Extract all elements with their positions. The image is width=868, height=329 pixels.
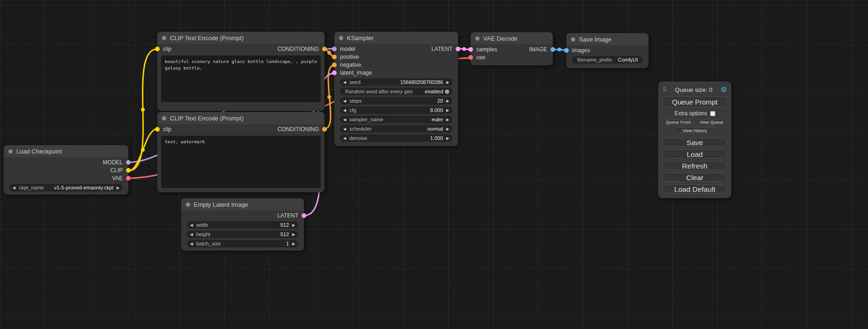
- decrement-arrow-icon[interactable]: ◀: [343, 118, 346, 122]
- collapse-dot-icon[interactable]: [186, 203, 190, 207]
- node-save-image[interactable]: Save Image images filename_prefix ComfyU…: [566, 33, 649, 68]
- node-graph-canvas[interactable]: Load Checkpoint MODEL CLIP VAE ◀ ckpt_na…: [0, 0, 868, 329]
- sampler-name-widget[interactable]: ◀ sampler_name euler ▶: [340, 116, 452, 123]
- slot-row-clip-conditioning: clip CONDITIONING: [157, 45, 325, 53]
- seed-widget[interactable]: ◀ seed 156680208700286 ▶: [340, 78, 452, 86]
- collapse-dot-icon[interactable]: [162, 116, 166, 120]
- collapse-dot-icon[interactable]: [339, 36, 343, 40]
- widget-value: enabled: [425, 89, 443, 94]
- decrement-arrow-icon[interactable]: ◀: [13, 186, 15, 190]
- increment-arrow-icon[interactable]: ▶: [446, 80, 449, 84]
- widget-name: steps: [349, 98, 361, 104]
- refresh-button[interactable]: Refresh: [663, 161, 727, 170]
- decrement-arrow-icon[interactable]: ◀: [190, 223, 193, 227]
- increment-arrow-icon[interactable]: ▶: [292, 232, 295, 237]
- cfg-widget[interactable]: ◀ cfg 8.000 ▶: [340, 106, 452, 114]
- ckpt-name-widget[interactable]: ◀ ckpt_name v1-5-pruned-emaonly.ckpt ▶: [9, 184, 123, 191]
- clip-output-dot[interactable]: [126, 168, 131, 173]
- random-seed-toggle-widget[interactable]: Random seed after every gen enabled: [340, 88, 452, 95]
- node-title: CLIP Text Encode (Prompt): [170, 115, 244, 122]
- collapse-dot-icon[interactable]: [8, 149, 13, 154]
- settings-gear-icon[interactable]: ⚙: [721, 85, 727, 94]
- filename-prefix-widget[interactable]: filename_prefix ComfyUI: [572, 56, 643, 63]
- node-title-bar[interactable]: CLIP Text Encode (Prompt): [157, 32, 325, 44]
- link-midpoint-dot: [557, 48, 561, 51]
- denoise-widget[interactable]: ◀ denoise 1.000 ▶: [340, 134, 452, 142]
- vae-input-dot[interactable]: [468, 55, 473, 60]
- node-title-bar[interactable]: VAE Decode: [471, 32, 553, 44]
- save-button[interactable]: Save: [663, 138, 727, 147]
- collapse-dot-icon[interactable]: [571, 37, 575, 42]
- node-title: Save Image: [579, 36, 611, 43]
- increment-arrow-icon[interactable]: ▶: [446, 127, 449, 131]
- node-ksampler[interactable]: KSampler model LATENT positive negative …: [334, 32, 458, 146]
- clip-input-dot[interactable]: [155, 127, 160, 132]
- decrement-arrow-icon[interactable]: ◀: [343, 99, 346, 103]
- node-clip-text-encode-negative[interactable]: CLIP Text Encode (Prompt) clip CONDITION…: [157, 112, 325, 192]
- node-load-checkpoint[interactable]: Load Checkpoint MODEL CLIP VAE ◀ ckpt_na…: [4, 145, 128, 195]
- latent-output-dot[interactable]: [456, 47, 460, 51]
- decrement-arrow-icon[interactable]: ◀: [190, 232, 193, 237]
- load-button[interactable]: Load: [663, 149, 727, 159]
- input-label: vae: [476, 54, 485, 61]
- view-history-button[interactable]: View History: [674, 127, 715, 133]
- scheduler-widget[interactable]: ◀ scheduler normal ▶: [340, 125, 452, 133]
- negative-input-dot[interactable]: [332, 63, 337, 67]
- increment-arrow-icon[interactable]: ▶: [292, 242, 295, 246]
- node-vae-decode[interactable]: VAE Decode samples IMAGE vae: [471, 32, 553, 65]
- decrement-arrow-icon[interactable]: ◀: [343, 136, 346, 140]
- decrement-arrow-icon[interactable]: ◀: [343, 127, 346, 131]
- increment-arrow-icon[interactable]: ▶: [117, 186, 120, 190]
- increment-arrow-icon[interactable]: ▶: [292, 223, 295, 227]
- increment-arrow-icon[interactable]: ▶: [446, 136, 449, 140]
- vae-output-dot[interactable]: [126, 176, 131, 181]
- queue-front-button[interactable]: Queue Front: [663, 119, 694, 125]
- steps-widget[interactable]: ◀ steps 20 ▶: [340, 97, 452, 105]
- node-title-bar[interactable]: KSampler: [334, 32, 458, 44]
- node-clip-text-encode-positive[interactable]: CLIP Text Encode (Prompt) clip CONDITION…: [157, 32, 325, 111]
- positive-prompt-textarea[interactable]: beautiful scenery nature glass bottle la…: [161, 56, 321, 102]
- increment-arrow-icon[interactable]: ▶: [446, 108, 449, 112]
- conditioning-output-dot[interactable]: [322, 47, 327, 51]
- input-label: latent_image: [340, 70, 372, 76]
- queue-prompt-button[interactable]: Queue Prompt: [663, 96, 727, 107]
- view-queue-button[interactable]: View Queue: [696, 119, 727, 125]
- widget-value: 1: [286, 241, 289, 246]
- height-widget[interactable]: ◀ height 512 ▶: [187, 231, 298, 238]
- increment-arrow-icon[interactable]: ▶: [446, 118, 449, 122]
- negative-prompt-textarea[interactable]: text, watermark: [161, 136, 321, 188]
- batch-size-widget[interactable]: ◀ batch_size 1 ▶: [187, 240, 298, 247]
- output-label: VAE: [112, 175, 123, 182]
- output-slot-latent: LATENT: [181, 211, 304, 219]
- width-widget[interactable]: ◀ width 512 ▶: [187, 221, 298, 229]
- collapse-dot-icon[interactable]: [475, 36, 480, 41]
- decrement-arrow-icon[interactable]: ◀: [343, 80, 346, 84]
- images-input-dot[interactable]: [564, 48, 569, 53]
- node-title-bar[interactable]: Load Checkpoint: [4, 145, 128, 157]
- load-default-button[interactable]: Load Default: [663, 184, 727, 194]
- drag-handle-icon[interactable]: ⠿: [663, 86, 667, 93]
- model-input-dot[interactable]: [332, 47, 337, 51]
- node-title-bar[interactable]: Save Image: [566, 33, 649, 45]
- increment-arrow-icon[interactable]: ▶: [446, 99, 449, 103]
- latent-image-input-dot[interactable]: [332, 70, 337, 75]
- node-empty-latent-image[interactable]: Empty Latent Image LATENT ◀ width 512 ▶ …: [181, 198, 304, 251]
- positive-input-dot[interactable]: [332, 55, 337, 59]
- toggle-dot-icon[interactable]: [445, 90, 449, 94]
- model-output-dot[interactable]: [126, 160, 131, 165]
- latent-output-dot[interactable]: [302, 213, 306, 218]
- decrement-arrow-icon[interactable]: ◀: [343, 108, 346, 112]
- widget-value: 156680208700286: [400, 79, 443, 85]
- clip-input-dot[interactable]: [155, 47, 160, 51]
- clear-button[interactable]: Clear: [663, 173, 727, 182]
- collapse-dot-icon[interactable]: [162, 36, 166, 40]
- samples-input-dot[interactable]: [468, 47, 473, 52]
- image-output-dot[interactable]: [550, 47, 555, 52]
- conditioning-output-dot[interactable]: [322, 127, 327, 132]
- decrement-arrow-icon[interactable]: ◀: [190, 242, 193, 246]
- extra-options-checkbox[interactable]: [710, 111, 715, 116]
- widget-value: v1-5-pruned-emaonly.ckpt: [54, 185, 113, 190]
- input-slot-latent-image: latent_image: [334, 69, 458, 77]
- node-title-bar[interactable]: CLIP Text Encode (Prompt): [157, 112, 325, 124]
- node-title-bar[interactable]: Empty Latent Image: [181, 198, 304, 210]
